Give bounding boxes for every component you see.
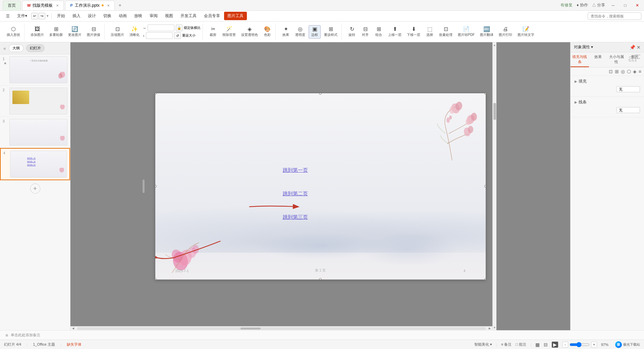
link-page3[interactable]: 跳到第三页 <box>283 214 308 220</box>
tab-home[interactable]: 首页 <box>3 1 21 10</box>
tab-fill-stroke[interactable]: 填充与线条 <box>571 52 589 67</box>
tab-size-props[interactable]: 大小与属性 <box>607 52 626 67</box>
print-button[interactable]: 🖨 图片打印 <box>497 26 514 38</box>
menu-review[interactable]: 审阅 <box>146 12 161 20</box>
slide-thumb-3[interactable] <box>9 119 67 146</box>
tab-wps[interactable]: W 找版壳模板 ✕ <box>22 1 64 10</box>
rp-icon-2[interactable]: ⊞ <box>615 69 619 74</box>
crop-button[interactable]: ✂ 裁剪 <box>207 26 219 38</box>
combine-button[interactable]: ⊞ 组合 <box>373 26 385 38</box>
wps-tab-close[interactable]: ✕ <box>56 4 59 7</box>
menu-hamburger[interactable]: ☰ <box>3 12 13 20</box>
height-input[interactable]: 33.87厘米 <box>146 32 173 39</box>
slide-thumb-1[interactable]: 一页演示文稿的标题 <box>9 56 67 83</box>
multi-crop-button[interactable]: ⊞ 多重轮廓 <box>47 26 65 38</box>
menu-image-tool[interactable]: 图片工具 <box>224 12 247 20</box>
move-up-button[interactable]: ⬆ 上移一层 <box>386 26 404 38</box>
remove-bg-button[interactable]: 🪄 抠除背景 <box>220 26 238 38</box>
view-slide-button[interactable]: ⊟ <box>544 342 548 347</box>
slide-thumb-4[interactable]: 跳到第一页 跳到第二页 跳到第三页 <box>10 151 67 178</box>
vscroll-thumb[interactable] <box>493 103 496 120</box>
reset-size-button[interactable]: ↺ <box>174 32 181 39</box>
stroke-section-header[interactable]: ▶ 线条 <box>575 99 640 105</box>
rp-icon-4[interactable]: ⬡ <box>627 69 631 74</box>
vscroll-bar[interactable]: ▲ ▼ <box>492 42 496 330</box>
link-page1[interactable]: 跳到第一页 <box>283 167 308 173</box>
width-input[interactable]: 19.07厘米 <box>148 24 174 31</box>
view-normal-button[interactable]: ▦ <box>535 342 540 347</box>
handle-mr[interactable] <box>484 185 486 188</box>
slide-view-button[interactable]: 幻灯片 <box>26 44 45 52</box>
doc-tab-close[interactable]: ✕ <box>107 4 110 7</box>
slide-item-4[interactable]: 4 跳到第一页 跳到第二页 跳到第三页 <box>0 148 70 180</box>
rotate-button[interactable]: ↻ 旋转 <box>346 26 358 38</box>
change-image-button[interactable]: 🔄 更改图片 <box>66 26 84 38</box>
menu-design[interactable]: 设计 <box>85 12 99 20</box>
menu-dev[interactable]: 开发工具 <box>177 12 200 20</box>
minimize-button[interactable]: ─ <box>609 1 617 9</box>
stroke-select[interactable]: 无 <box>616 107 640 113</box>
comments-button[interactable]: □ 批注 <box>516 342 526 347</box>
clear-button[interactable]: ✨ 清晰化 <box>127 26 142 38</box>
resize-style-button[interactable]: ⊞ 重设样式 <box>322 26 339 38</box>
tab-picture[interactable]: 图片 <box>626 52 644 67</box>
rp-icon-5[interactable]: ◈ <box>633 69 637 74</box>
zoom-out-button[interactable]: - <box>562 342 568 348</box>
menu-file[interactable]: 文件▾ <box>14 12 31 20</box>
to-pdf-button[interactable]: 📄 图片转PDF <box>456 26 477 38</box>
fill-select[interactable]: 无 <box>616 86 640 92</box>
lock-ratio-button[interactable]: 🔒 <box>176 24 182 31</box>
slide-item-1[interactable]: 1 ★ 一页演示文稿的标题 <box>0 54 70 86</box>
collab-button[interactable]: ♦ 协作 <box>577 2 588 8</box>
add-tab-button[interactable]: + <box>116 1 124 9</box>
color-button[interactable]: 🎨 色彩 <box>261 26 273 38</box>
maximize-button[interactable]: □ <box>621 1 629 9</box>
rp-icon-6[interactable]: ≡ <box>639 69 641 74</box>
fill-section-header[interactable]: ▶ 填充 <box>575 79 640 84</box>
hscroll-thumb[interactable] <box>240 328 261 330</box>
slide-item-2[interactable]: 2 <box>0 86 70 117</box>
slide-item-3[interactable]: 3 <box>0 117 70 148</box>
menu-start[interactable]: 开始 <box>54 12 68 20</box>
add-slide-button[interactable]: + <box>30 184 40 194</box>
menu-animation[interactable]: 动画 <box>115 12 130 20</box>
toolbar-more[interactable]: ▾ <box>47 14 49 18</box>
select-button[interactable]: ⬚ 选择 <box>424 26 436 38</box>
rp-icon-3[interactable]: ◎ <box>621 69 625 74</box>
zoom-slider[interactable] <box>570 342 590 347</box>
slide-canvas[interactable]: 跳到第一页 跳到第二页 跳到第三页 <box>155 93 486 280</box>
vscroll-down[interactable]: ▼ <box>493 325 496 330</box>
insert-shape-button[interactable]: ⬡ 插入形状 <box>5 26 22 38</box>
zoom-in-button[interactable]: + <box>591 342 597 348</box>
pin-icon[interactable]: 📌 <box>630 45 635 50</box>
effects-button[interactable]: ✦ 效果 <box>280 26 292 38</box>
close-button[interactable]: ✕ <box>633 1 641 9</box>
compress-button[interactable]: ⊡ 压缩图片 <box>109 26 126 38</box>
hscroll-right-btn[interactable]: ▶ <box>487 327 492 331</box>
move-down-button[interactable]: ⬇ 下移一层 <box>405 26 422 38</box>
search-input[interactable] <box>588 12 641 20</box>
hscroll-bar[interactable]: ◀ ▶ <box>70 326 492 330</box>
add-image-button[interactable]: 🖼 添加图片 <box>29 26 46 38</box>
notes-button[interactable]: ≡ 备注 <box>501 342 512 347</box>
share-button[interactable]: △ 分享 <box>592 2 605 8</box>
outline-view-button[interactable]: 大纲 <box>9 44 23 52</box>
slide-thumb-2[interactable] <box>9 88 67 114</box>
rp-icon-1[interactable]: ⊡ <box>609 69 613 74</box>
translate-button[interactable]: 🔤 图片翻译 <box>478 26 495 38</box>
batch-process-button[interactable]: ⊡ 批量处理 <box>437 26 454 38</box>
image-collage-button[interactable]: ⊟ 图片拼接 <box>85 26 102 38</box>
menu-vip[interactable]: 会员专享 <box>201 12 223 20</box>
panel-collapse-icon[interactable]: « <box>3 46 6 51</box>
align-button[interactable]: ⊟ 对齐 <box>359 26 371 38</box>
notes-placeholder[interactable]: 单击此处添加备注 <box>11 333 40 338</box>
transparency-button[interactable]: ◎ 透明度 <box>293 26 307 38</box>
play-button[interactable]: ▶ <box>552 342 558 348</box>
tab-doc[interactable]: P 工作演示.pptx ✕ <box>65 1 114 10</box>
missing-font-label[interactable]: 缺失字体 <box>67 342 82 347</box>
zoom-level[interactable]: 97% <box>598 343 608 347</box>
hscroll-left-btn[interactable]: ◀ <box>70 327 76 331</box>
menu-transition[interactable]: 切换 <box>100 12 115 20</box>
tab-effects[interactable]: 效果 <box>589 52 607 67</box>
menu-view[interactable]: 视图 <box>162 12 176 20</box>
